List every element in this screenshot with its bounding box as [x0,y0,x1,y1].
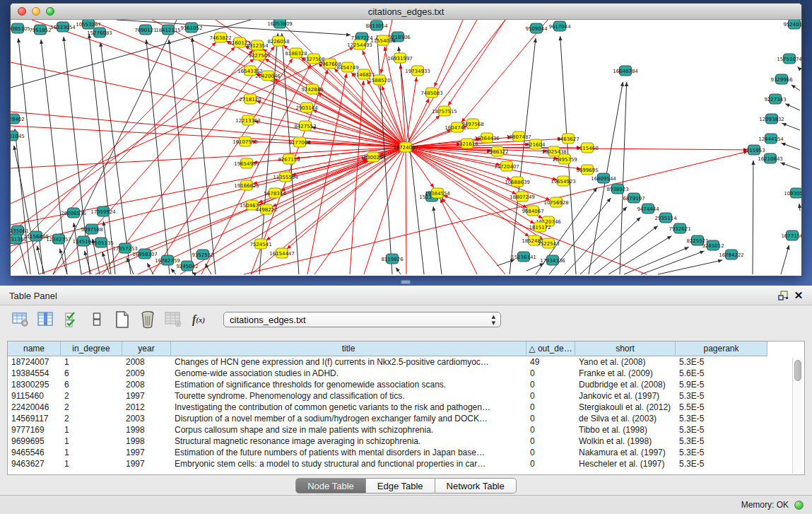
graph-node[interactable]: 15751074 [777,54,801,64]
graph-edge[interactable] [448,20,505,106]
graph-node[interactable]: 9352532 [192,250,213,259]
graph-edge[interactable] [287,147,406,249]
graph-node[interactable]: 18757515 [432,106,457,116]
row-select-icon[interactable] [61,309,82,330]
table-row[interactable]: 1872400712008Changes of HCN gene express… [8,356,804,368]
column-visibility-icon[interactable] [35,309,57,330]
new-table-icon[interactable] [112,309,133,330]
graph-node[interactable]: 9329966 [770,74,793,84]
scrollbar-thumb[interactable] [794,360,801,381]
table-row[interactable]: 946554611997Estimation of the future num… [8,447,804,458]
rows-icon[interactable] [86,309,107,330]
graph-edge[interactable] [11,147,406,168]
graph-edge[interactable] [18,240,28,274]
graph-node[interactable]: 9474444 [637,204,659,214]
table-row[interactable]: 1830029562008Estimation of significance … [8,379,804,390]
graph-node[interactable]: 16364436 [474,133,500,143]
graph-node[interactable]: 20365105 [11,23,30,33]
graph-node[interactable]: 7690121 [134,25,156,35]
table-settings-icon[interactable] [10,309,31,330]
graph-node[interactable]: 10807487 [506,132,531,141]
graph-node[interactable]: 16053809 [267,20,293,28]
graph-node[interactable]: 8813054 [365,21,388,30]
graph-edge[interactable] [658,260,722,274]
graph-node[interactable]: 9227343 [764,94,786,104]
citation-network-graph[interactable]: 2036510579518521633305410553267152760837… [11,20,801,276]
table-row[interactable]: 946362711997Embryonic stem cells: a mode… [8,458,804,469]
graph-edge[interactable] [15,129,30,274]
graph-edge[interactable] [624,247,689,274]
graph-edge[interactable] [433,206,442,274]
graph-node[interactable]: 12444154 [758,134,784,144]
column-header-pagerank[interactable]: pagerank [676,341,767,356]
graph-node[interactable]: 2935114 [654,213,677,223]
table-row[interactable]: 969969511998Structural magnetic resonanc… [8,436,804,447]
graph-edge[interactable] [620,82,627,274]
column-header-out_de[interactable]: △ out_de… [526,341,575,356]
graph-edge[interactable] [73,223,81,274]
graph-node[interactable]: 16648784 [613,66,638,76]
graph-edge[interactable] [169,40,193,274]
graph-node[interactable]: 16333054 [50,22,76,32]
graph-node[interactable]: 19166825 [234,180,259,190]
graph-node[interactable]: 18412115 [155,25,181,35]
graph-edge[interactable] [11,42,216,253]
graph-edge[interactable] [318,93,406,147]
tab-edge-table[interactable]: Edge Table [366,478,435,493]
graph-edge[interactable] [406,147,406,274]
graph-node[interactable]: 15720407 [494,161,519,171]
float-panel-icon[interactable] [775,288,791,303]
graph-node[interactable]: 19654923 [551,176,576,186]
graph-node[interactable]: 12342757 [46,234,71,244]
graph-node[interactable]: 7485083 [420,88,442,98]
network-canvas[interactable]: 2036510579518521633305410553267152760837… [11,20,801,276]
graph-node[interactable]: 19654983 [234,158,259,168]
graph-node[interactable]: 2718120 [239,94,261,104]
graph-edge[interactable] [194,147,406,274]
graph-node[interactable]: 19734933 [405,66,430,76]
close-panel-icon[interactable]: ✕ [791,288,806,303]
graph-edge[interactable] [364,147,406,274]
graph-edge[interactable] [14,146,39,274]
graph-edge[interactable] [399,47,424,274]
graph-node[interactable]: 7951852 [29,25,51,35]
graph-edge[interactable] [307,74,346,274]
graph-node[interactable]: 10331045 [11,131,25,141]
graph-node[interactable]: 16409544 [591,173,616,183]
graph-node[interactable]: 16154447 [269,248,295,258]
graph-node[interactable]: 7932621 [669,223,690,233]
graph-node[interactable]: 8226058 [267,36,289,46]
graph-edge[interactable] [440,199,477,274]
graph-edge[interactable] [406,115,440,147]
column-header-short[interactable]: short [575,341,676,356]
graph-node[interactable]: 7524541 [249,239,271,249]
window-titlebar[interactable]: citations_edges.txt [11,4,801,20]
column-header-in_degree[interactable]: in_degree [61,341,122,356]
graph-edge[interactable] [11,59,254,232]
graph-edge[interactable] [192,37,216,274]
graph-node[interactable]: 12093832 [759,114,784,124]
graph-node[interactable]: 1677156 [781,230,801,240]
graph-edge[interactable] [608,236,671,274]
graph-node[interactable]: 16784222 [719,250,744,259]
graph-node[interactable]: 9242848 [301,84,323,94]
graph-edge[interactable] [461,20,548,122]
graph-node[interactable]: 12213363 [235,115,261,125]
graph-edge[interactable] [442,198,505,274]
graph-node[interactable]: 8267150 [278,154,300,164]
graph-node[interactable]: 9699695 [576,165,598,175]
vertical-scrollbar[interactable] [792,358,803,474]
tab-node-table[interactable]: Node Table [295,478,366,493]
graph-node[interactable]: 16210643 [758,153,783,163]
graph-edge[interactable] [350,81,363,274]
function-builder-icon[interactable]: f(x) [188,309,209,330]
graph-node[interactable]: 7529402 [11,114,25,124]
graph-edge[interactable] [753,160,753,274]
table-row[interactable]: 1456911722003Disruption of a novel membe… [8,413,804,424]
graph-node[interactable]: 8119826 [381,254,404,264]
graph-node[interactable]: 10930544 [784,188,801,198]
graph-node[interactable]: 9463627 [557,134,579,144]
graph-node[interactable]: 15136141 [511,252,536,262]
graph-node[interactable]: 9524012 [783,20,801,29]
table-row[interactable]: 2242004622012Investigating the contribut… [8,402,804,413]
